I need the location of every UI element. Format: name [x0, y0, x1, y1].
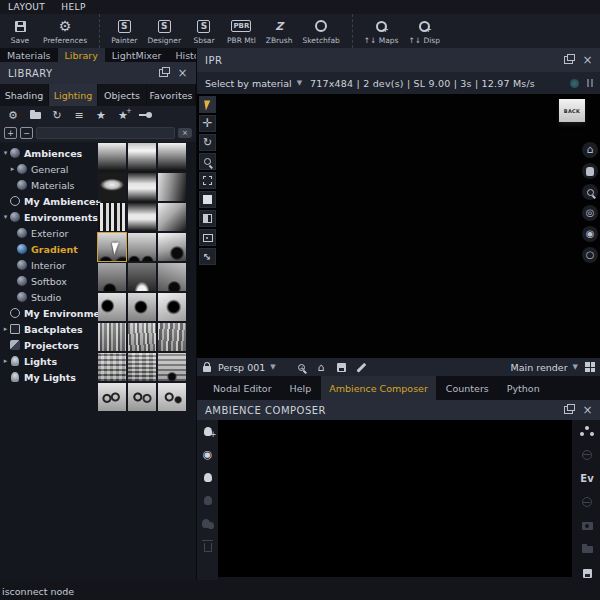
composer-tool-button[interactable]: [201, 516, 215, 530]
tree-item[interactable]: Exterior: [0, 225, 97, 241]
viewport-tool-button[interactable]: [199, 229, 216, 246]
composer-tool-button[interactable]: [201, 447, 215, 461]
camera-bar-tool[interactable]: [293, 360, 309, 374]
environment-thumbnail[interactable]: [128, 323, 156, 351]
environment-thumbnail[interactable]: [158, 323, 186, 351]
dock-icon-button[interactable]: [579, 519, 595, 533]
toolbar-button[interactable]: ↑↓ Maps: [359, 14, 404, 48]
composer-canvas[interactable]: [218, 420, 572, 577]
viewport-tool-button[interactable]: [199, 96, 216, 113]
camera-bar-tool[interactable]: [333, 360, 349, 374]
library-search-input[interactable]: [36, 127, 175, 139]
environment-thumbnail[interactable]: [128, 263, 156, 291]
viewport-tool-button[interactable]: [199, 153, 216, 170]
environment-thumbnail[interactable]: [98, 203, 126, 231]
toolbar-button[interactable]: S Designer: [142, 14, 186, 48]
dock-icon-button[interactable]: [579, 424, 595, 438]
viewport-nav-button[interactable]: [582, 205, 598, 221]
library-tab[interactable]: Favorites: [147, 84, 196, 106]
viewport-nav-button[interactable]: [582, 163, 598, 179]
dock-tab[interactable]: Ambience Composer: [321, 376, 436, 400]
tree-item[interactable]: My Ambiences: [0, 193, 97, 209]
environment-thumbnail[interactable]: [128, 203, 156, 231]
dock-icon-button[interactable]: Ev: [579, 471, 595, 485]
environment-thumbnail[interactable]: [158, 233, 186, 261]
camera-dropdown[interactable]: Persp 001: [218, 362, 286, 373]
clear-search-icon[interactable]: [178, 128, 192, 138]
environment-thumbnail[interactable]: [98, 353, 126, 381]
environment-thumbnail[interactable]: [128, 173, 156, 201]
expand-viewport-icon[interactable]: [585, 362, 595, 372]
environment-thumbnail[interactable]: [128, 293, 156, 321]
close-panel-icon[interactable]: [582, 56, 593, 64]
composer-tool-button[interactable]: [201, 424, 215, 438]
environment-thumbnail[interactable]: [158, 383, 186, 411]
tree-expand-arrow[interactable]: ▸: [1, 357, 10, 365]
composer-tool-button[interactable]: [201, 493, 215, 507]
viewport-nav-button[interactable]: [582, 226, 598, 242]
environment-thumbnail[interactable]: [128, 383, 156, 411]
viewport-nav-button[interactable]: [582, 184, 598, 200]
environment-thumbnail[interactable]: [158, 203, 186, 231]
viewport-tool-button[interactable]: [199, 172, 216, 189]
tree-expand-arrow[interactable]: ▸: [1, 325, 10, 333]
float-panel-icon[interactable]: [564, 56, 573, 64]
tree-item[interactable]: My Environments: [0, 305, 97, 321]
toolbar-button[interactable]: Save: [2, 14, 38, 48]
render-target-dropdown[interactable]: Main render: [511, 362, 578, 373]
environment-thumbnail[interactable]: [158, 293, 186, 321]
document-tab[interactable]: Library: [58, 48, 105, 62]
library-tab[interactable]: Lighting: [49, 84, 98, 106]
pause-render-button[interactable]: [587, 79, 593, 87]
viewport-tool-button[interactable]: ↻: [199, 134, 216, 151]
tree-item[interactable]: Studio: [0, 289, 97, 305]
library-tab[interactable]: Objects: [98, 84, 147, 106]
environment-thumbnail[interactable]: [128, 233, 156, 261]
toolbar-button[interactable]: S Sbsar: [186, 14, 222, 48]
toolbar-button[interactable]: ⚙ Preferences: [38, 14, 100, 48]
close-panel-icon[interactable]: [177, 69, 188, 77]
tree-item[interactable]: Softbox: [0, 273, 97, 289]
camera-bar-tool[interactable]: [313, 360, 329, 374]
environment-thumbnail[interactable]: [158, 353, 186, 381]
viewport-tool-button[interactable]: [199, 210, 216, 227]
document-tab[interactable]: LightMixer: [105, 48, 169, 62]
library-action-icon[interactable]: ≡: [70, 107, 88, 123]
environment-thumbnail[interactable]: [98, 293, 126, 321]
viewport-tool-button[interactable]: ↔: [199, 248, 216, 265]
tree-item[interactable]: ▾ Environments: [0, 209, 97, 225]
tree-item[interactable]: ▸ General: [0, 161, 97, 177]
composer-tool-button[interactable]: [201, 539, 215, 553]
tree-item[interactable]: My Lights: [0, 369, 97, 385]
library-action-icon[interactable]: [26, 107, 44, 123]
tree-item[interactable]: Projectors: [0, 337, 97, 353]
viewport-tool-button[interactable]: [199, 191, 216, 208]
toolbar-button[interactable]: PBR PBR Mtl: [222, 14, 261, 48]
camera-bar-tool[interactable]: [353, 360, 369, 374]
environment-thumbnail[interactable]: [158, 143, 186, 171]
dock-icon-button[interactable]: [579, 495, 595, 509]
environment-thumbnail[interactable]: [158, 263, 186, 291]
library-tab[interactable]: Shading: [0, 84, 49, 106]
environment-thumbnail[interactable]: [128, 353, 156, 381]
dock-icon-button[interactable]: [579, 448, 595, 462]
viewport-tool-button[interactable]: ✛: [199, 115, 216, 132]
dock-tab[interactable]: Python: [499, 376, 548, 400]
environment-thumbnail[interactable]: [98, 173, 126, 201]
library-action-icon[interactable]: [136, 107, 154, 123]
dock-icon-button[interactable]: [579, 543, 595, 557]
library-action-icon[interactable]: ★: [92, 107, 110, 123]
float-panel-icon[interactable]: [564, 406, 573, 414]
render-viewport[interactable]: ✛ ↻: [197, 94, 600, 358]
lock-camera-icon[interactable]: [203, 366, 211, 372]
tree-item[interactable]: Gradient: [0, 241, 97, 257]
tree-item[interactable]: Interior: [0, 257, 97, 273]
dock-tab[interactable]: Help: [282, 376, 320, 400]
library-action-icon[interactable]: ★: [114, 107, 132, 123]
environment-thumbnail[interactable]: [98, 383, 126, 411]
tree-item[interactable]: ▾ Ambiences: [0, 145, 97, 161]
toolbar-button[interactable]: ↑↓ Disp: [403, 14, 444, 48]
dock-icon-button[interactable]: [579, 566, 595, 580]
viewport-nav-button[interactable]: [582, 247, 598, 263]
tree-expand-arrow[interactable]: ▾: [1, 149, 10, 157]
